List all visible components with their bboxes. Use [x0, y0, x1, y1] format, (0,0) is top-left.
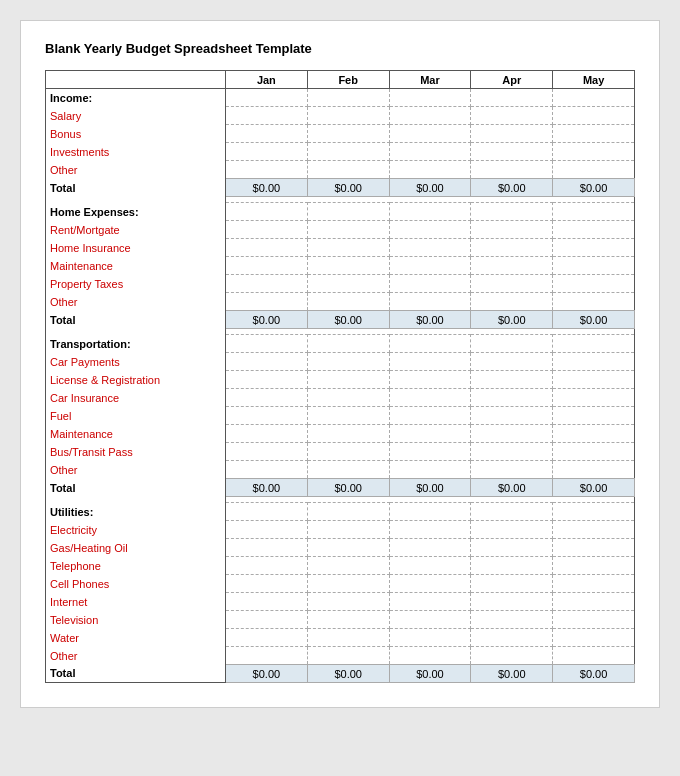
total-value-cell: $0.00 [307, 479, 389, 497]
table-row: Fuel [46, 407, 635, 425]
table-row: Car Payments [46, 353, 635, 371]
section-header-home-expenses: Home Expenses: [46, 203, 635, 221]
table-row: Bonus [46, 125, 635, 143]
total-value-cell: $0.00 [307, 179, 389, 197]
table-row: Other [46, 461, 635, 479]
header-row: Jan Feb Mar Apr May [46, 71, 635, 89]
table-row: Internet [46, 593, 635, 611]
table-row: Car Insurance [46, 389, 635, 407]
table-row: Home Insurance [46, 239, 635, 257]
col-feb: Feb [307, 71, 389, 89]
total-value-cell: $0.00 [471, 479, 553, 497]
total-value-cell: $0.00 [553, 665, 635, 683]
total-row-income: Total$0.00$0.00$0.00$0.00$0.00 [46, 179, 635, 197]
total-value-cell: $0.00 [553, 311, 635, 329]
table-row: Television [46, 611, 635, 629]
total-row-home-expenses: Total$0.00$0.00$0.00$0.00$0.00 [46, 311, 635, 329]
section-header-transportation: Transportation: [46, 335, 635, 353]
total-value-cell: $0.00 [553, 179, 635, 197]
col-may: May [553, 71, 635, 89]
total-value-cell: $0.00 [225, 311, 307, 329]
table-row: Cell Phones [46, 575, 635, 593]
col-jan: Jan [225, 71, 307, 89]
page-container: Blank Yearly Budget Spreadsheet Template… [20, 20, 660, 708]
section-header-utilities: Utilities: [46, 503, 635, 521]
total-value-cell: $0.00 [471, 311, 553, 329]
total-value-cell: $0.00 [225, 665, 307, 683]
table-row: Telephone [46, 557, 635, 575]
table-row: Salary [46, 107, 635, 125]
table-row: Investments [46, 143, 635, 161]
total-value-cell: $0.00 [389, 179, 471, 197]
budget-table: Jan Feb Mar Apr May Income:SalaryBonusIn… [45, 70, 635, 683]
total-value-cell: $0.00 [389, 479, 471, 497]
total-value-cell: $0.00 [307, 311, 389, 329]
table-row: Gas/Heating Oil [46, 539, 635, 557]
total-value-cell: $0.00 [471, 665, 553, 683]
table-row: Electricity [46, 521, 635, 539]
total-value-cell: $0.00 [389, 665, 471, 683]
table-row: Bus/Transit Pass [46, 443, 635, 461]
label-header [46, 71, 226, 89]
col-mar: Mar [389, 71, 471, 89]
total-row-utilities: Total$0.00$0.00$0.00$0.00$0.00 [46, 665, 635, 683]
section-header-income: Income: [46, 89, 635, 107]
table-row: Property Taxes [46, 275, 635, 293]
table-row: Rent/Mortgate [46, 221, 635, 239]
total-value-cell: $0.00 [225, 179, 307, 197]
table-row: Other [46, 647, 635, 665]
col-apr: Apr [471, 71, 553, 89]
total-row-transportation: Total$0.00$0.00$0.00$0.00$0.00 [46, 479, 635, 497]
total-value-cell: $0.00 [307, 665, 389, 683]
table-row: Other [46, 161, 635, 179]
table-row: Other [46, 293, 635, 311]
page-title: Blank Yearly Budget Spreadsheet Template [45, 41, 635, 56]
table-row: Water [46, 629, 635, 647]
total-value-cell: $0.00 [553, 479, 635, 497]
table-row: Maintenance [46, 425, 635, 443]
table-row: License & Registration [46, 371, 635, 389]
total-value-cell: $0.00 [225, 479, 307, 497]
total-value-cell: $0.00 [471, 179, 553, 197]
table-row: Maintenance [46, 257, 635, 275]
total-value-cell: $0.00 [389, 311, 471, 329]
